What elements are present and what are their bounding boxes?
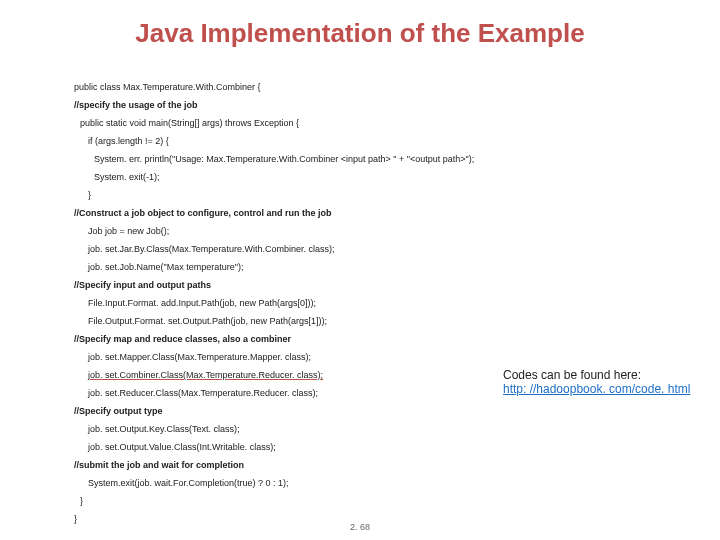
- code-comment: //Construct a job object to configure, c…: [74, 204, 574, 222]
- slide-title: Java Implementation of the Example: [0, 0, 720, 59]
- code-line: System. err. println("Usage: Max.Tempera…: [74, 150, 574, 168]
- code-line: File.Output.Format. set.Output.Path(job,…: [74, 312, 574, 330]
- code-comment: //Specify input and output paths: [74, 276, 574, 294]
- aside-note: Codes can be found here: http: //hadoopb…: [503, 368, 708, 396]
- code-comment: //submit the job and wait for completion: [74, 456, 574, 474]
- code-line: File.Input.Format. add.Input.Path(job, n…: [74, 294, 574, 312]
- code-line: job. set.Output.Value.Class(Int.Writable…: [74, 438, 574, 456]
- code-line: job. set.Output.Key.Class(Text. class);: [74, 420, 574, 438]
- code-line: public static void main(String[] args) t…: [74, 114, 574, 132]
- code-line: job. set.Mapper.Class(Max.Temperature.Ma…: [74, 348, 574, 366]
- code-line: System.exit(job. wait.For.Completion(tru…: [74, 474, 574, 492]
- code-block: public class Max.Temperature.With.Combin…: [74, 78, 574, 528]
- aside-link[interactable]: http: //hadoopbook. com/code. html: [503, 382, 690, 396]
- code-line: Job job = new Job();: [74, 222, 574, 240]
- code-line: }: [74, 492, 574, 510]
- code-comment: //specify the usage of the job: [74, 96, 574, 114]
- code-line: public class Max.Temperature.With.Combin…: [74, 78, 574, 96]
- code-line-highlighted: job. set.Combiner.Class(Max.Temperature.…: [74, 366, 574, 384]
- page-number: 2. 68: [0, 522, 720, 532]
- code-comment: //Specify output type: [74, 402, 574, 420]
- code-line: job. set.Jar.By.Class(Max.Temperature.Wi…: [74, 240, 574, 258]
- code-line: System. exit(-1);: [74, 168, 574, 186]
- code-line: }: [74, 186, 574, 204]
- aside-text: Codes can be found here:: [503, 368, 641, 382]
- code-line: job. set.Job.Name("Max temperature");: [74, 258, 574, 276]
- code-line: if (args.length != 2) {: [74, 132, 574, 150]
- code-line: job. set.Reducer.Class(Max.Temperature.R…: [74, 384, 574, 402]
- code-comment: //Specify map and reduce classes, also a…: [74, 330, 574, 348]
